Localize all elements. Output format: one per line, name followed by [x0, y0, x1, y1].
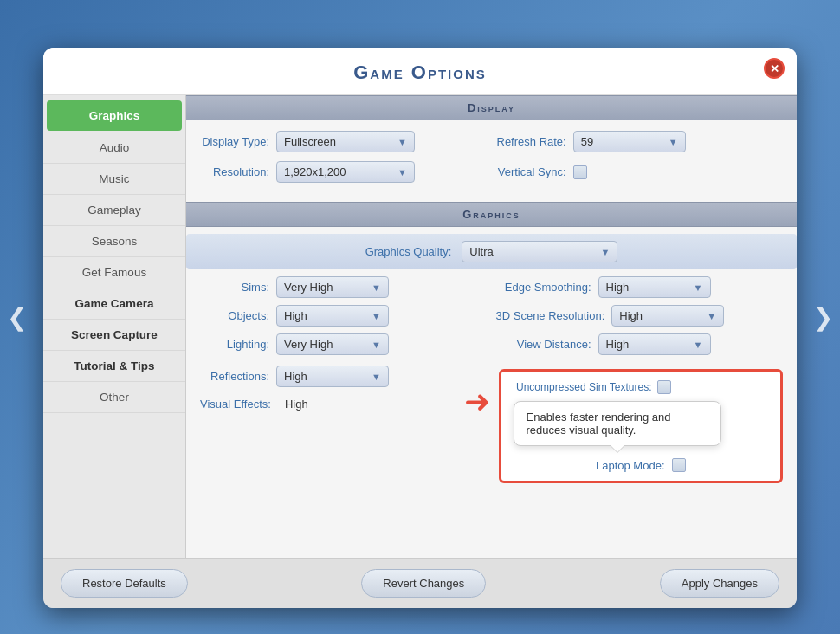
display-type-dropdown[interactable]: Fullscreen ▼	[276, 131, 415, 152]
edge-smoothing-group: Edge Smoothing: High ▼	[496, 276, 784, 298]
lighting-view-row: Lighting: Very High ▼ View Distance: Hig…	[186, 333, 797, 355]
refresh-rate-arrow: ▼	[669, 137, 678, 147]
revert-changes-button[interactable]: Revert Changes	[361, 569, 486, 598]
modal-footer: Restore Defaults Revert Changes Apply Ch…	[43, 558, 797, 608]
sidebar-item-music[interactable]: Music	[43, 164, 185, 195]
tooltip-bubble: Enables faster rendering and reduces vis…	[514, 401, 721, 446]
refresh-rate-group: Refresh Rate: 59 ▼	[497, 131, 784, 152]
modal-title: Game Options	[353, 61, 487, 83]
view-distance-dropdown[interactable]: High ▼	[598, 333, 711, 355]
quality-arrow: ▼	[600, 247, 610, 257]
lighting-dropdown[interactable]: Very High ▼	[276, 333, 389, 355]
edge-smoothing-dropdown[interactable]: High ▼	[598, 276, 711, 298]
highlight-box: Uncompressed Sim Textures: Enables faste…	[499, 369, 784, 483]
edge-smoothing-label: Edge Smoothing:	[496, 281, 591, 294]
quality-label: Graphics Quality:	[365, 245, 452, 258]
sims-edge-row: Sims: Very High ▼ Edge Smoothing: High ▼	[186, 276, 797, 298]
laptop-mode-label: Laptop Mode:	[596, 459, 665, 472]
modal-header: Game Options ✕	[43, 48, 797, 95]
nav-left-arrow[interactable]: ❮	[7, 303, 27, 332]
view-distance-arrow: ▼	[694, 340, 703, 350]
laptop-mode-checkbox[interactable]	[672, 458, 686, 472]
objects-dropdown[interactable]: High ▼	[276, 305, 389, 327]
objects-scene-row: Objects: High ▼ 3D Scene Resolution: Hig…	[186, 305, 797, 327]
sims-group: Sims: Very High ▼	[200, 276, 488, 298]
vertical-sync-label: Vertical Sync:	[497, 165, 566, 178]
display-settings: Display Type: Fullscreen ▼ Refresh Rate:…	[186, 120, 797, 202]
nav-right-arrow[interactable]: ❯	[813, 303, 833, 332]
graphics-quality-row: Graphics Quality: Ultra ▼	[186, 234, 797, 269]
refresh-rate-label: Refresh Rate:	[497, 135, 566, 148]
edge-smoothing-arrow: ▼	[694, 282, 703, 293]
scene-resolution-group: 3D Scene Resolution: High ▼	[496, 305, 784, 327]
resolution-arrow: ▼	[397, 167, 407, 178]
sidebar-item-audio[interactable]: Audio	[43, 133, 185, 164]
view-distance-label: View Distance:	[496, 338, 591, 351]
refresh-rate-dropdown[interactable]: 59 ▼	[573, 131, 686, 152]
display-type-arrow: ▼	[397, 137, 407, 147]
resolution-label: Resolution:	[200, 165, 269, 178]
restore-defaults-button[interactable]: Restore Defaults	[61, 569, 188, 598]
resolution-group: Resolution: 1,920x1,200 ▼	[200, 161, 487, 183]
visual-effects-value: High	[278, 394, 315, 414]
sims-arrow: ▼	[372, 282, 381, 293]
objects-arrow: ▼	[372, 311, 381, 321]
scene-resolution-dropdown[interactable]: High ▼	[611, 305, 724, 327]
content-area: Display Display Type: Fullscreen ▼ Refre…	[186, 95, 797, 558]
tooltip-text: Enables faster rendering and reduces vis…	[527, 411, 671, 437]
scene-resolution-label: 3D Scene Resolution:	[496, 309, 605, 322]
sidebar: Graphics Audio Music Gameplay Seasons Ge…	[43, 95, 186, 558]
objects-label: Objects:	[200, 309, 269, 322]
display-section-header: Display	[186, 95, 797, 120]
sidebar-item-game-camera[interactable]: Game Camera	[43, 288, 185, 320]
apply-changes-button[interactable]: Apply Changes	[660, 569, 779, 598]
uncompressed-checkbox[interactable]	[657, 380, 671, 394]
view-distance-group: View Distance: High ▼	[496, 333, 784, 355]
vertical-sync-group: Vertical Sync:	[497, 165, 784, 179]
display-row-2: Resolution: 1,920x1,200 ▼ Vertical Sync:	[200, 161, 783, 183]
lighting-group: Lighting: Very High ▼	[200, 333, 488, 355]
red-arrow-icon: ➜	[464, 386, 490, 417]
sidebar-item-get-famous[interactable]: Get Famous	[43, 257, 185, 288]
visual-effects-group: Visual Effects: High	[200, 394, 456, 414]
graphics-section-header: Graphics	[186, 202, 797, 227]
scene-resolution-arrow: ▼	[707, 311, 716, 321]
sidebar-item-screen-capture[interactable]: Screen Capture	[43, 320, 185, 351]
sidebar-item-tutorial-tips[interactable]: Tutorial & Tips	[43, 351, 185, 382]
uncompressed-label: Uncompressed Sim Textures:	[514, 381, 652, 393]
reflections-label: Reflections:	[200, 370, 269, 383]
display-type-group: Display Type: Fullscreen ▼	[200, 131, 487, 152]
sidebar-item-gameplay[interactable]: Gameplay	[43, 195, 185, 226]
lighting-arrow: ▼	[372, 340, 381, 350]
close-button[interactable]: ✕	[764, 58, 785, 79]
display-type-label: Display Type:	[200, 135, 269, 148]
reflections-arrow: ▼	[372, 372, 381, 382]
sims-label: Sims:	[200, 281, 269, 294]
objects-group: Objects: High ▼	[200, 305, 488, 327]
vertical-sync-checkbox[interactable]	[573, 165, 587, 179]
game-options-modal: Game Options ✕ Graphics Audio Music Game…	[43, 48, 797, 608]
reflections-group: Reflections: High ▼	[200, 366, 456, 387]
sidebar-item-seasons[interactable]: Seasons	[43, 226, 185, 257]
display-row-1: Display Type: Fullscreen ▼ Refresh Rate:…	[200, 131, 783, 152]
visual-effects-label: Visual Effects:	[200, 398, 271, 411]
sims-dropdown[interactable]: Very High ▼	[276, 276, 389, 298]
sidebar-item-other[interactable]: Other	[43, 382, 185, 413]
graphics-quality-dropdown[interactable]: Ultra ▼	[462, 241, 617, 262]
lighting-label: Lighting:	[200, 338, 269, 351]
sidebar-item-graphics[interactable]: Graphics	[47, 100, 182, 131]
modal-body: Graphics Audio Music Gameplay Seasons Ge…	[43, 95, 797, 558]
resolution-dropdown[interactable]: 1,920x1,200 ▼	[276, 161, 415, 183]
reflections-dropdown[interactable]: High ▼	[276, 366, 389, 387]
